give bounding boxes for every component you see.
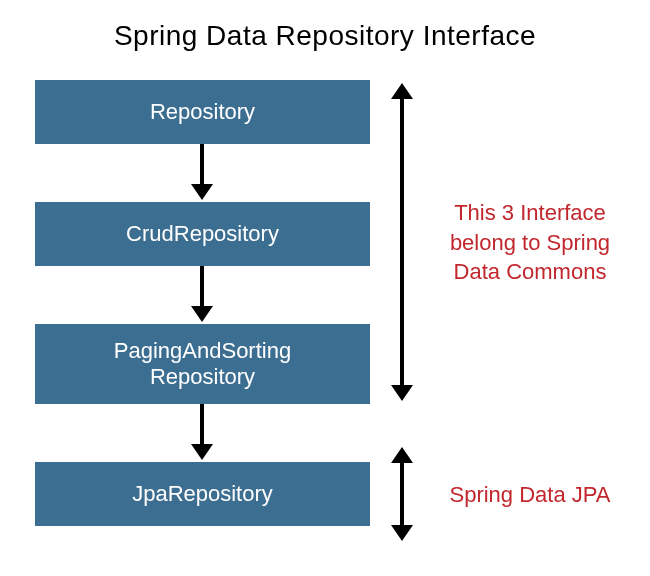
annotation-jpa: Spring Data JPA [430, 480, 630, 510]
box-paging-label-line1: PagingAndSorting [114, 338, 291, 363]
bracket-commons [400, 98, 404, 386]
arrow-crud-to-paging [200, 266, 204, 308]
arrow-paging-to-jpa [200, 404, 204, 446]
diagram-title: Spring Data Repository Interface [0, 20, 650, 52]
box-jpa-repository: JpaRepository [35, 462, 370, 526]
box-jpa-label: JpaRepository [132, 481, 273, 507]
bracket-jpa [400, 462, 404, 526]
annotation-commons: This 3 Interface belong to Spring Data C… [430, 198, 630, 287]
box-paging-label-line2: Repository [150, 364, 255, 389]
box-paging-label: PagingAndSorting Repository [114, 338, 291, 391]
box-crud-label: CrudRepository [126, 221, 279, 247]
diagram-canvas: Repository CrudRepository PagingAndSorti… [0, 80, 650, 560]
box-repository: Repository [35, 80, 370, 144]
box-repository-label: Repository [150, 99, 255, 125]
box-paging-repository: PagingAndSorting Repository [35, 324, 370, 404]
box-crud-repository: CrudRepository [35, 202, 370, 266]
arrow-repo-to-crud [200, 144, 204, 186]
